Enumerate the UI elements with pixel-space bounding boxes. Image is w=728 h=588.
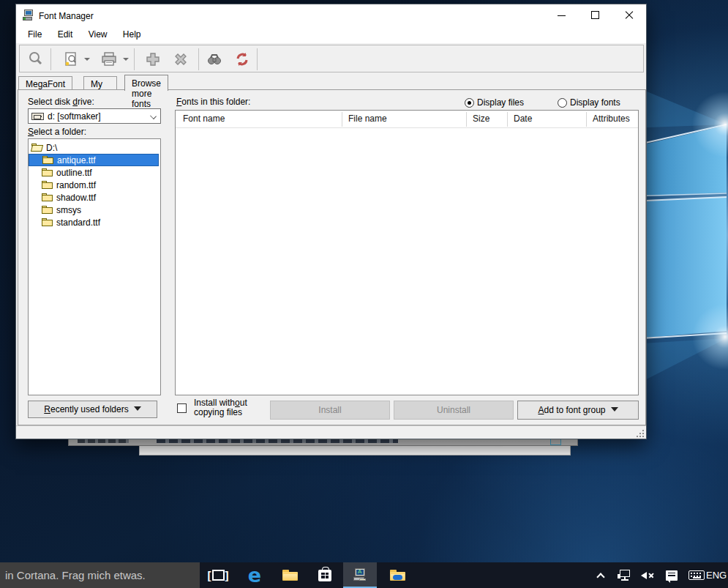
font-manager-taskbar-button[interactable]	[343, 562, 377, 588]
store-button[interactable]	[308, 562, 342, 588]
recently-used-folders-button[interactable]: Recently used folders	[28, 401, 157, 418]
radio-unselected-icon	[558, 98, 567, 108]
file-explorer-icon	[282, 570, 298, 581]
edge-button[interactable]: e	[238, 562, 271, 588]
task-view-icon	[212, 570, 225, 581]
file-explorer-button[interactable]	[273, 562, 307, 588]
menu-bar: File Edit View Help	[16, 26, 646, 43]
volume-tray-button[interactable]	[637, 562, 660, 588]
close-button[interactable]	[612, 4, 646, 26]
tree-item-smsys[interactable]: smsys	[29, 204, 160, 216]
dropdown-arrow-icon	[611, 407, 618, 412]
minimize-button[interactable]	[545, 4, 579, 26]
folder-icon	[42, 156, 53, 164]
fonts-table: Font name File name Size Date Attributes	[175, 110, 639, 395]
action-center-button[interactable]	[660, 562, 683, 588]
maximize-icon	[591, 11, 599, 19]
maximize-button[interactable]	[579, 4, 612, 26]
uninstall-button[interactable]: Uninstall	[394, 401, 514, 420]
tree-item-random[interactable]: random.ttf	[29, 179, 160, 191]
resize-grip[interactable]	[635, 428, 644, 437]
folder-icon	[42, 218, 53, 226]
refresh-icon[interactable]	[232, 49, 252, 70]
column-file-name[interactable]: File name	[348, 113, 387, 124]
browse-more-fonts-page: Select disk drive: d: [softmaker] Select…	[18, 89, 646, 425]
folder-tree: D:\ antique.ttf outline.ttf random.ttf s…	[28, 138, 161, 395]
install-button[interactable]: Install	[270, 401, 390, 420]
app-icon	[23, 10, 34, 21]
menu-help[interactable]: Help	[116, 26, 148, 43]
tree-item-shadow[interactable]: shadow.ttf	[29, 191, 160, 204]
onedrive-folder-icon	[390, 570, 405, 581]
drive-icon	[31, 113, 44, 120]
column-date[interactable]: Date	[514, 113, 532, 124]
network-tray-button[interactable]	[613, 562, 637, 588]
edge-icon: e	[248, 565, 261, 585]
keyboard-icon	[688, 570, 705, 580]
action-center-icon	[666, 570, 678, 581]
tree-item-standard[interactable]: standard.ttf	[29, 216, 160, 228]
folder-icon	[42, 206, 53, 214]
task-view-button[interactable]: []	[201, 562, 235, 588]
tree-item-outline[interactable]: outline.ttf	[29, 166, 160, 179]
menu-edit[interactable]: Edit	[51, 26, 80, 43]
select-folder-label: Select a folder:	[28, 127, 86, 137]
network-icon	[618, 570, 631, 581]
radio-selected-icon	[465, 98, 474, 108]
dropdown-arrow-icon	[134, 406, 141, 411]
select-disk-drive-label: Select disk drive:	[28, 97, 94, 107]
display-fonts-radio[interactable]: Display fonts	[558, 97, 620, 108]
tab-my-fonts[interactable]: My fonts	[83, 76, 117, 90]
blurred-text-line	[157, 439, 398, 443]
chevron-up-icon	[596, 573, 604, 581]
store-icon	[318, 570, 331, 581]
status-bar	[16, 425, 646, 439]
folder-icon	[42, 181, 53, 189]
delete-font-icon[interactable]	[170, 49, 191, 70]
folder-icon	[42, 168, 53, 176]
font-manager-icon	[353, 568, 367, 581]
print-preview-dropdown-arrow[interactable]	[84, 58, 90, 61]
menu-file[interactable]: File	[21, 26, 48, 43]
tab-megafont-next[interactable]: MegaFont NEXT	[18, 76, 72, 90]
display-files-radio[interactable]: Display files	[465, 97, 524, 108]
print-preview-icon[interactable]	[61, 49, 81, 70]
menu-view[interactable]: View	[82, 26, 114, 43]
drive-value: d: [softmaker]	[48, 111, 101, 122]
zoom-icon[interactable]	[26, 49, 46, 70]
folder-icon	[42, 193, 53, 201]
chevron-down-icon	[150, 113, 157, 119]
keyboard-tray-button[interactable]	[685, 562, 708, 588]
tree-item-antique[interactable]: antique.ttf	[29, 154, 159, 166]
print-icon[interactable]	[99, 49, 119, 70]
onedrive-folder-button[interactable]	[380, 562, 414, 588]
toolbar	[19, 45, 644, 72]
print-dropdown-arrow[interactable]	[123, 58, 129, 61]
add-to-font-group-button[interactable]: Add to font group	[517, 401, 639, 420]
column-font-name[interactable]: Font name	[183, 113, 225, 124]
disk-drive-combobox[interactable]: d: [softmaker]	[28, 108, 161, 124]
window-title: Font Manager	[39, 11, 94, 21]
column-size[interactable]: Size	[473, 113, 489, 124]
cortana-search-text: in Cortana. Frag mich etwas.	[5, 569, 146, 581]
open-folder-icon	[31, 144, 42, 152]
font-manager-window: Font Manager File Edit View Help	[15, 4, 647, 439]
tree-item-root[interactable]: D:\	[29, 141, 160, 154]
minimize-icon	[558, 15, 566, 16]
install-without-copying-checkbox[interactable]	[177, 403, 187, 413]
language-indicator[interactable]: ENG	[706, 570, 728, 581]
find-icon[interactable]	[204, 49, 225, 70]
volume-muted-icon	[641, 570, 656, 581]
taskbar: in Cortana. Frag mich etwas. [] e ENG	[0, 562, 728, 588]
cortana-search-box[interactable]: in Cortana. Frag mich etwas.	[0, 562, 200, 588]
add-font-icon[interactable]	[143, 49, 163, 70]
fonts-in-folder-label: Fonts in this folder:	[176, 97, 250, 107]
tab-browse-more-fonts[interactable]: Browse more fonts	[124, 75, 168, 91]
blurred-text-line	[78, 439, 129, 443]
title-bar[interactable]: Font Manager	[16, 4, 646, 26]
install-without-copying-label: Install without copying files	[194, 398, 247, 417]
fonts-table-header: Font name File name Size Date Attributes	[176, 111, 638, 128]
hidden-icons-chevron[interactable]	[589, 562, 612, 588]
column-attributes[interactable]: Attributes	[593, 113, 630, 124]
